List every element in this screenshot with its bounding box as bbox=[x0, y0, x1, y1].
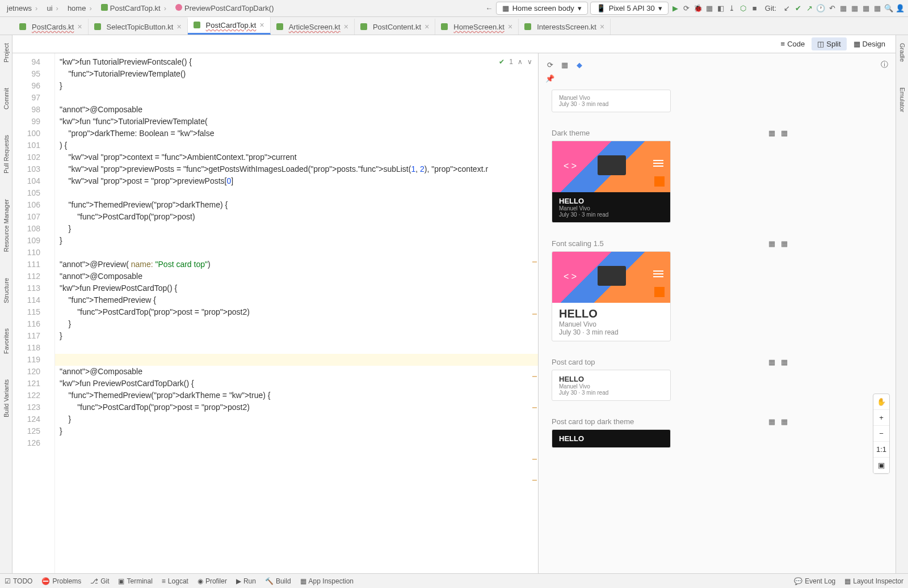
editor-scrollbar[interactable] bbox=[531, 53, 538, 573]
info-icon[interactable]: ⓘ bbox=[880, 60, 889, 69]
sdk-icon[interactable]: ▦ bbox=[850, 4, 859, 13]
editor-tab[interactable]: PostCardTop.kt× bbox=[188, 17, 271, 35]
breadcrumb[interactable]: PreviewPostCardTopDark() bbox=[172, 3, 278, 14]
zoom-in-icon[interactable]: + bbox=[873, 410, 889, 426]
tool-window-button[interactable]: 🔨Build bbox=[265, 577, 291, 585]
deploy-icon[interactable]: ▦ bbox=[767, 128, 776, 137]
zoom-ratio[interactable]: 1:1 bbox=[873, 442, 889, 458]
left-tool-rail: ProjectCommitPull RequestsResource Manag… bbox=[0, 35, 12, 573]
pan-icon[interactable]: ✋ bbox=[873, 394, 889, 410]
preview-card[interactable]: HELLO bbox=[552, 429, 671, 448]
back-icon[interactable]: ← bbox=[485, 4, 494, 13]
tool-window-button[interactable]: ▦Layout Inspector bbox=[844, 577, 903, 585]
preview-card[interactable]: Manuel VivoJuly 30 · 3 min read bbox=[552, 90, 671, 112]
deploy-icon[interactable]: ▦ bbox=[767, 417, 776, 426]
structure-icon[interactable]: ▦ bbox=[873, 4, 882, 13]
close-tab-icon[interactable]: × bbox=[259, 20, 264, 29]
git-push-icon[interactable]: ↗ bbox=[805, 4, 814, 13]
tool-window-button[interactable]: 💬Event Log bbox=[794, 577, 835, 585]
deploy-icon[interactable]: ▦ bbox=[767, 239, 776, 248]
interactive-icon[interactable]: ▦ bbox=[780, 417, 789, 426]
sync-icon[interactable]: ▦ bbox=[861, 4, 871, 13]
editor-tab[interactable]: InterestsScreen.kt× bbox=[519, 19, 611, 35]
tool-window-button[interactable]: Emulator bbox=[899, 82, 906, 118]
breadcrumb[interactable]: PostCardTop.kt bbox=[98, 3, 170, 14]
attach-icon[interactable]: ⤓ bbox=[728, 4, 737, 13]
orientation-icon[interactable]: ▦ bbox=[560, 60, 569, 69]
tool-window-button[interactable]: ◉Profiler bbox=[197, 577, 227, 585]
interactive-icon[interactable]: ▦ bbox=[780, 239, 789, 248]
close-tab-icon[interactable]: × bbox=[176, 22, 181, 31]
git-revert-icon[interactable]: ↶ bbox=[827, 4, 836, 13]
preview-card[interactable]: < >HELLOManuel VivoJuly 30 · 3 min read bbox=[552, 141, 671, 223]
preview-card-group: Post card top dark theme▦▦HELLO bbox=[552, 417, 789, 448]
tool-window-button[interactable]: Gradle bbox=[899, 37, 906, 67]
deploy-icon[interactable]: ▦ bbox=[767, 357, 776, 366]
editor-tab[interactable]: ArticleScreen.kt× bbox=[271, 19, 355, 35]
user-icon[interactable]: 👤 bbox=[896, 4, 905, 13]
tool-window-button[interactable]: Build Variants bbox=[3, 374, 10, 423]
tool-window-button[interactable]: ≡Logcat bbox=[162, 577, 188, 585]
editor-tab[interactable]: PostCards.kt× bbox=[14, 19, 89, 35]
preview-card[interactable]: HELLOManuel VivoJuly 30 · 3 min read bbox=[552, 370, 671, 401]
run-icon[interactable]: ▶ bbox=[671, 4, 680, 13]
close-tab-icon[interactable]: × bbox=[344, 22, 348, 31]
preview-card[interactable]: < >HELLOManuel VivoJuly 30 · 3 min read bbox=[552, 251, 671, 341]
tool-window-button[interactable]: ▶Run bbox=[236, 577, 256, 585]
device-dropdown[interactable]: 📱Pixel 5 API 30▾ bbox=[590, 2, 669, 15]
avd-icon[interactable]: ▦ bbox=[839, 4, 848, 13]
zoom-out-icon[interactable]: − bbox=[873, 426, 889, 442]
close-tab-icon[interactable]: × bbox=[508, 22, 512, 31]
pin-icon[interactable]: 📌 bbox=[545, 74, 554, 83]
tool-window-button[interactable]: Pull Requests bbox=[3, 129, 10, 179]
design-view-button[interactable]: ▦ Design bbox=[848, 37, 891, 50]
layers-icon[interactable]: ◆ bbox=[575, 60, 584, 69]
tool-window-button[interactable]: ▦App Inspection bbox=[300, 577, 354, 585]
tool-window-button[interactable]: ⛔Problems bbox=[41, 577, 81, 585]
preview-card-group: Font scaling 1.5▦▦< >HELLOManuel VivoJul… bbox=[552, 239, 789, 341]
git-label: Git: bbox=[762, 3, 780, 14]
git-commit-icon[interactable]: ✔ bbox=[793, 4, 802, 13]
interactive-icon[interactable]: ▦ bbox=[780, 128, 789, 137]
interactive-icon[interactable]: ▦ bbox=[780, 357, 789, 366]
search-icon[interactable]: 🔍 bbox=[884, 4, 893, 13]
status-bar: ☑TODO⛔Problems⎇Git▣Terminal≡Logcat◉Profi… bbox=[0, 573, 908, 588]
breadcrumb[interactable]: home bbox=[64, 3, 95, 14]
zoom-controls: ✋ + − 1:1 ▣ bbox=[873, 394, 890, 474]
run-config-dropdown[interactable]: ▦Home screen body▾ bbox=[496, 2, 588, 15]
fit-icon[interactable]: ▣ bbox=[873, 458, 889, 473]
close-tab-icon[interactable]: × bbox=[77, 22, 82, 31]
preview-card-group: Post card top▦▦HELLOManuel VivoJuly 30 ·… bbox=[552, 357, 789, 401]
code-view-button[interactable]: ≡ Code bbox=[775, 37, 811, 50]
breadcrumb[interactable]: jetnews bbox=[3, 3, 41, 14]
close-tab-icon[interactable]: × bbox=[424, 22, 429, 31]
editor-tab[interactable]: HomeScreen.kt× bbox=[435, 19, 519, 35]
stop-icon[interactable]: ■ bbox=[750, 4, 759, 13]
tool-window-button[interactable]: Favorites bbox=[3, 323, 10, 359]
editor-tab[interactable]: SelectTopicButton.kt× bbox=[89, 19, 188, 35]
preview-card-group: Manuel VivoJuly 30 · 3 min read bbox=[552, 90, 789, 112]
coverage-icon[interactable]: ▦ bbox=[705, 4, 714, 13]
inspection-widget[interactable]: ✔1 ∧∨ bbox=[499, 56, 532, 68]
editor-tab[interactable]: PostContent.kt× bbox=[355, 19, 435, 35]
right-tool-rail: GradleEmulator bbox=[896, 35, 908, 573]
tool-window-button[interactable]: ☑TODO bbox=[5, 577, 32, 585]
breadcrumb[interactable]: ui bbox=[43, 3, 61, 14]
tool-window-button[interactable]: Project bbox=[3, 37, 10, 68]
code-editor[interactable]: 9495969798991001011021031041051061071081… bbox=[12, 53, 538, 573]
git-update-icon[interactable]: ↙ bbox=[782, 4, 791, 13]
bug-icon[interactable]: ⬡ bbox=[739, 4, 748, 13]
tool-window-button[interactable]: Commit bbox=[3, 82, 10, 115]
tool-window-button[interactable]: Resource Manager bbox=[3, 193, 10, 258]
tool-window-button[interactable]: ▣Terminal bbox=[118, 577, 152, 585]
preview-card-group: Dark theme▦▦< >HELLOManuel VivoJuly 30 ·… bbox=[552, 128, 789, 223]
profile-icon[interactable]: ◧ bbox=[716, 4, 725, 13]
git-history-icon[interactable]: 🕐 bbox=[816, 4, 825, 13]
debug-icon[interactable]: 🐞 bbox=[693, 4, 703, 13]
tool-window-button[interactable]: ⎇Git bbox=[90, 577, 109, 585]
apply-changes-icon[interactable]: ⟳ bbox=[682, 4, 691, 13]
refresh-icon[interactable]: ⟳ bbox=[545, 60, 554, 69]
close-tab-icon[interactable]: × bbox=[600, 22, 604, 31]
split-view-button[interactable]: ◫ Split bbox=[812, 37, 846, 50]
tool-window-button[interactable]: Structure bbox=[3, 272, 10, 309]
